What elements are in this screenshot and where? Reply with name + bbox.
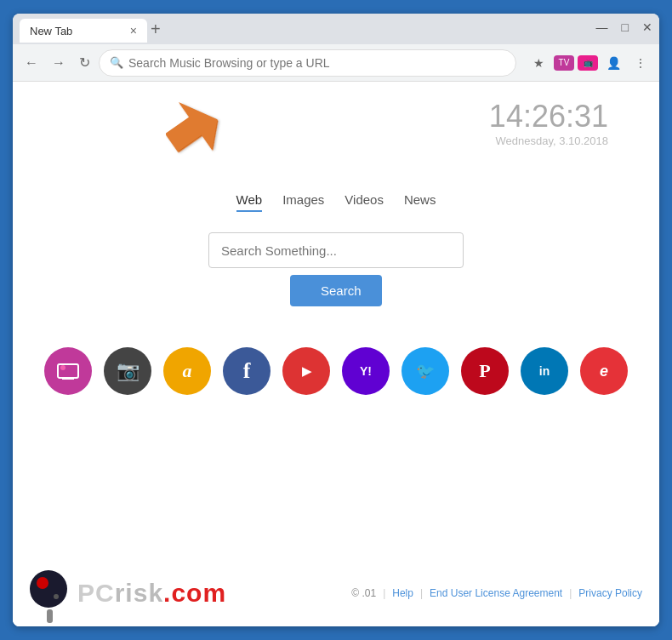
search-box-wrapper: Search [208, 232, 464, 306]
svg-point-4 [60, 365, 65, 370]
footer-help-link[interactable]: Help [392, 587, 413, 599]
browser-window: New Tab × + — □ ✕ ← → ↻ 🔍 ★ TV 📺 👤 ⋮ [13, 14, 659, 626]
social-icon-twitter[interactable]: 🐦 [401, 347, 449, 395]
tab-title: New Tab [30, 25, 72, 37]
address-input[interactable] [128, 56, 505, 70]
social-icon-yahoo[interactable]: Y! [342, 347, 390, 395]
search-section: Web Images Videos News Search [13, 192, 659, 395]
footer-brand-text: PCrisk.com [77, 579, 226, 608]
search-tabs: Web Images Videos News [236, 192, 436, 212]
linkedin-icon: in [539, 364, 550, 378]
clock-area: 14:26:31 Wednesday, 3.10.2018 [489, 99, 608, 147]
social-icons: 📷 a f ▶ Y! 🐦 P [44, 347, 628, 395]
footer-sep-1: | [383, 587, 385, 599]
footer-logo: PCrisk.com [30, 570, 226, 616]
amazon-icon: a [183, 360, 192, 382]
tab-news[interactable]: News [404, 192, 436, 212]
window-close-button[interactable]: ✕ [642, 20, 652, 34]
forward-button[interactable]: → [47, 52, 71, 74]
profile-icon[interactable]: 👤 [601, 51, 625, 75]
social-icon-youtube[interactable]: ▶ [282, 347, 330, 395]
twitter-icon: 🐦 [416, 362, 435, 380]
social-icon-facebook[interactable]: f [223, 347, 271, 395]
svg-rect-3 [62, 378, 74, 380]
logo-red-circle [37, 577, 48, 589]
maximize-button[interactable]: □ [622, 20, 629, 34]
social-icon-amazon[interactable]: a [163, 347, 211, 395]
title-bar: New Tab × + — □ ✕ [13, 14, 659, 44]
logo-icon [30, 570, 67, 616]
clock-time: 14:26:31 [489, 99, 608, 134]
social-icon-ebay[interactable]: e [580, 347, 628, 395]
logo-handle [47, 609, 53, 623]
menu-icon[interactable]: ⋮ [629, 51, 652, 75]
social-icon-linkedin[interactable]: in [521, 347, 568, 395]
tab-close-button[interactable]: × [130, 24, 137, 37]
page-content: 14:26:31 Wednesday, 3.10.2018 Web Images… [13, 82, 659, 626]
footer-eula-link[interactable]: End User License Agreement [430, 587, 562, 599]
instagram-icon: 📷 [117, 360, 140, 382]
new-tab-button[interactable]: + [151, 20, 161, 39]
logo-ball [30, 570, 67, 608]
social-icon-pinterest[interactable]: P [461, 347, 509, 395]
back-button[interactable]: ← [20, 52, 43, 74]
clock-date: Wednesday, 3.10.2018 [489, 134, 608, 147]
cast-icon[interactable]: 📺 [578, 55, 598, 71]
address-bar[interactable]: 🔍 [99, 49, 516, 77]
yahoo-icon: Y! [360, 364, 372, 378]
arrow-svg [166, 90, 242, 167]
arrow-indicator [166, 90, 242, 170]
bookmark-icon[interactable]: ★ [527, 51, 550, 75]
nav-bar: ← → ↻ 🔍 ★ TV 📺 👤 ⋮ [13, 44, 659, 82]
svg-marker-1 [166, 90, 230, 167]
ebay-icon: e [600, 363, 608, 380]
minimize-button[interactable]: — [596, 20, 608, 34]
footer-copyright: © .01 [351, 587, 376, 599]
browser-tab[interactable]: New Tab × [20, 19, 147, 43]
window-controls: — □ ✕ [596, 20, 652, 37]
social-icon-instagram[interactable]: 📷 [104, 347, 151, 395]
address-search-icon: 🔍 [110, 56, 123, 69]
footer-sep-2: | [420, 587, 423, 599]
logo-dot [54, 594, 59, 599]
reload-button[interactable]: ↻ [74, 51, 95, 74]
footer-privacy-link[interactable]: Privacy Policy [578, 587, 642, 599]
facebook-icon: f [243, 358, 251, 384]
tab-videos[interactable]: Videos [345, 192, 384, 212]
footer-links: © .01 | Help | End User License Agreemen… [351, 587, 642, 599]
tv-icon [56, 361, 80, 381]
pinterest-icon: P [479, 360, 490, 382]
tv-icon[interactable]: TV [554, 55, 574, 71]
social-icon-tv[interactable] [44, 347, 92, 395]
page-footer: PCrisk.com © .01 | Help | End User Licen… [13, 560, 659, 626]
tab-images[interactable]: Images [282, 192, 324, 212]
youtube-icon: ▶ [302, 364, 311, 378]
footer-sep-3: | [569, 587, 572, 599]
tab-web[interactable]: Web [236, 192, 263, 212]
nav-icons: ★ TV 📺 👤 ⋮ [527, 51, 652, 75]
search-button[interactable]: Search [290, 275, 382, 306]
search-input[interactable] [208, 232, 464, 268]
